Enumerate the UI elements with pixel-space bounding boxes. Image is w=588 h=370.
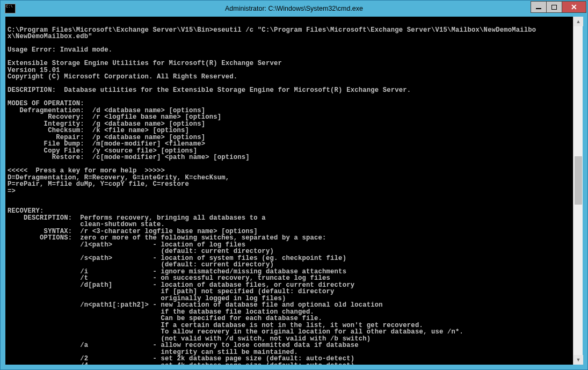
maximize-icon bbox=[551, 5, 557, 10]
cmd-window: Administrator: C:\Windows\System32\cmd.e… bbox=[0, 0, 588, 370]
titlebar[interactable]: Administrator: C:\Windows\System32\cmd.e… bbox=[1, 1, 587, 17]
minimize-button[interactable] bbox=[531, 1, 547, 13]
console-output[interactable]: C:\Program Files\Microsoft\Exchange Serv… bbox=[5, 17, 573, 365]
scroll-up-button[interactable]: ▲ bbox=[574, 17, 583, 26]
scroll-down-button[interactable]: ▼ bbox=[574, 355, 583, 365]
close-icon: ✕ bbox=[571, 3, 577, 11]
window-controls: ✕ bbox=[531, 1, 586, 13]
minimize-icon bbox=[536, 8, 541, 9]
window-title: Administrator: C:\Windows\System32\cmd.e… bbox=[225, 5, 363, 12]
client-area: C:\Program Files\Microsoft\Exchange Serv… bbox=[5, 17, 583, 365]
scroll-thumb[interactable] bbox=[575, 156, 582, 205]
vertical-scrollbar[interactable]: ▲ ▼ bbox=[573, 17, 583, 365]
close-button[interactable]: ✕ bbox=[562, 1, 586, 13]
maximize-button[interactable] bbox=[546, 1, 562, 13]
cmd-icon bbox=[5, 4, 16, 13]
